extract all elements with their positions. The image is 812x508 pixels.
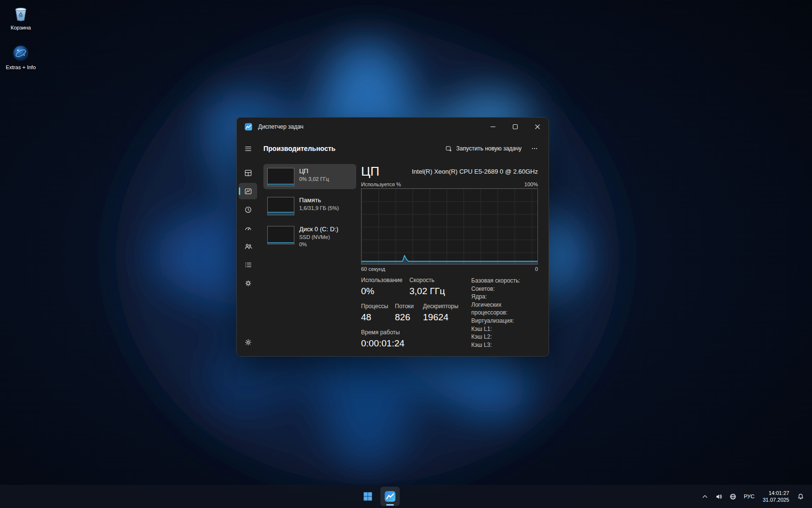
ellipsis-icon — [531, 145, 538, 152]
info-logical-processors: Логических процессоров: — [471, 301, 538, 317]
services-icon — [244, 279, 252, 287]
sidebar-item-processes[interactable] — [239, 164, 257, 181]
info-cache-l2: Кэш L2: — [471, 333, 538, 341]
extras-info-icon — [12, 45, 29, 62]
sidebar-item-users[interactable] — [239, 238, 257, 254]
metric-title: Память — [299, 196, 339, 204]
content-header: Производительность Запустить новую задач… — [259, 136, 549, 158]
windows-logo-icon — [362, 491, 373, 502]
language-indicator[interactable]: РУС — [740, 487, 758, 506]
window-controls — [482, 118, 549, 136]
stat-handles: Дескрипторы 19624 — [423, 303, 458, 323]
details-icon — [244, 261, 252, 269]
cpu-stats: Использование 0% Скорость 3,02 ГГц — [361, 277, 464, 356]
info-cores: Ядра: — [471, 293, 538, 301]
recycle-bin-icon — [13, 6, 29, 22]
cpu-info-labels: Базовая скорость: Сокетов: Ядра: Логичес… — [464, 277, 538, 356]
list-item-cpu[interactable]: ЦП 0% 3,02 ГГц — [263, 164, 356, 189]
info-base-speed: Базовая скорость: — [471, 277, 538, 285]
cpu-detail-lower: Использование 0% Скорость 3,02 ГГц — [361, 277, 538, 356]
desktop: Корзина Extras + Info Диспетчер задач — [0, 0, 812, 508]
network-globe-icon — [729, 493, 737, 500]
close-button[interactable] — [526, 118, 549, 136]
sidebar-item-services[interactable] — [239, 275, 257, 291]
tray-date: 31.07.2025 — [763, 496, 789, 503]
stat-uptime: Время работы 0:00:01:24 — [361, 329, 464, 349]
tray-time: 14:01:27 — [768, 490, 789, 496]
start-button[interactable] — [358, 487, 377, 506]
system-tray: РУС 14:01:27 31.07.2025 — [698, 485, 812, 508]
hidden-icons-button[interactable] — [698, 487, 711, 506]
cpu-model-name: Intel(R) Xeon(R) CPU E5-2689 0 @ 2.60GHz — [412, 168, 538, 175]
info-cache-l1: Кэш L1: — [471, 325, 538, 333]
page-title: Производительность — [263, 145, 335, 152]
metric-title: ЦП — [299, 167, 329, 175]
cpu-detail-header: ЦП Intel(R) Xeon(R) CPU E5-2689 0 @ 2.60… — [361, 164, 538, 179]
desktop-icon-recycle-bin[interactable]: Корзина — [0, 6, 42, 31]
stat-threads: Потоки 826 — [395, 303, 423, 323]
window-titlebar[interactable]: Диспетчер задач — [237, 118, 549, 136]
list-item-memory[interactable]: Память 1,6/31,9 ГБ (5%) — [263, 193, 356, 218]
taskbar-center — [358, 487, 400, 506]
close-icon — [535, 124, 540, 130]
settings-button[interactable] — [239, 334, 257, 350]
startup-apps-icon — [244, 224, 252, 232]
content-area: Производительность Запустить новую задач… — [259, 136, 549, 356]
metric-subtitle2: 0% — [299, 241, 338, 248]
cpu-usage-line — [362, 189, 537, 264]
performance-metric-list: ЦП 0% 3,02 ГГц Память 1,6/31,9 ГБ (5%) — [263, 164, 356, 356]
minimize-button[interactable] — [482, 118, 504, 136]
processes-icon — [244, 169, 252, 177]
header-actions: Запустить новую задачу — [445, 143, 540, 154]
run-new-task-button[interactable]: Запустить новую задачу — [445, 145, 522, 152]
task-manager-taskbar-icon — [384, 491, 396, 502]
more-options-button[interactable] — [529, 143, 540, 154]
taskbar-item-task-manager[interactable] — [380, 487, 400, 506]
graph-usage-label: Используется % — [361, 181, 401, 187]
disk-mini-graph — [267, 226, 294, 244]
graph-zero-label: 0 — [535, 266, 538, 272]
graph-max-label: 100% — [524, 181, 538, 187]
cpu-usage-graph — [361, 188, 538, 265]
new-task-icon — [445, 145, 452, 152]
taskbar: РУС 14:01:27 31.07.2025 — [0, 485, 812, 508]
maximize-icon — [512, 124, 518, 130]
run-new-task-label: Запустить новую задачу — [456, 145, 522, 152]
language-code: РУС — [744, 493, 754, 499]
maximize-button[interactable] — [504, 118, 526, 136]
graph-top-labels: Используется % 100% — [361, 181, 538, 187]
metric-subtitle: 0% 3,02 ГГц — [299, 176, 329, 182]
task-manager-body: Производительность Запустить новую задач… — [237, 136, 549, 356]
bell-icon — [797, 493, 804, 500]
cpu-heading: ЦП — [361, 164, 379, 179]
desktop-icon-label: Extras + Info — [6, 64, 36, 71]
notifications-button[interactable] — [794, 487, 807, 506]
metric-subtitle: 1,6/31,9 ГБ (5%) — [299, 205, 339, 211]
stat-speed: Скорость 3,02 ГГц — [409, 277, 445, 297]
hamburger-icon — [244, 145, 252, 153]
desktop-icon-extras-info[interactable]: Extras + Info — [0, 45, 42, 71]
sidebar-item-performance[interactable] — [239, 183, 257, 199]
info-virtualization: Виртуализация: — [471, 317, 538, 325]
task-manager-window: Диспетчер задач — [237, 118, 549, 356]
menu-toggle-button[interactable] — [239, 140, 257, 157]
sidebar-item-details[interactable] — [239, 256, 257, 273]
performance-icon — [244, 187, 252, 195]
list-item-disk0[interactable]: Диск 0 (C: D:) SSD (NVMe) 0% — [263, 222, 356, 251]
volume-button[interactable] — [712, 487, 725, 506]
clock[interactable]: 14:01:27 31.07.2025 — [759, 487, 793, 506]
metric-title: Диск 0 (C: D:) — [299, 225, 338, 233]
sidebar-item-app-history[interactable] — [239, 201, 257, 218]
minimize-icon — [490, 124, 496, 130]
gear-icon — [244, 338, 252, 346]
sidebar-item-startup-apps[interactable] — [239, 220, 257, 236]
info-cache-l3: Кэш L3: — [471, 341, 538, 349]
network-button[interactable] — [726, 487, 740, 506]
stat-processes: Процессы 48 — [361, 303, 395, 323]
graph-timespan-label: 60 секунд — [361, 266, 385, 272]
users-icon — [244, 242, 252, 251]
cpu-detail-panel: ЦП Intel(R) Xeon(R) CPU E5-2689 0 @ 2.60… — [361, 164, 538, 356]
performance-main: ЦП 0% 3,02 ГГц Память 1,6/31,9 ГБ (5%) — [259, 158, 549, 356]
app-history-icon — [244, 206, 252, 214]
desktop-icon-label: Корзина — [11, 25, 31, 31]
